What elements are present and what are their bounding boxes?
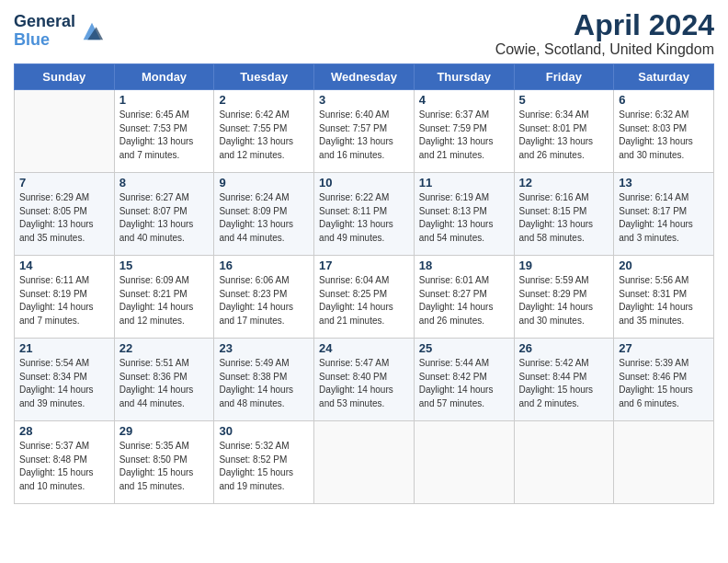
day-number: 12 (519, 176, 609, 190)
day-number: 6 (619, 93, 709, 107)
day-cell (15, 90, 115, 173)
day-info: Sunrise: 5:42 AMSunset: 8:44 PMDaylight:… (519, 358, 594, 408)
day-cell: 24Sunrise: 5:47 AMSunset: 8:40 PMDayligh… (314, 339, 415, 421)
day-info: Sunrise: 5:54 AMSunset: 8:34 PMDaylight:… (19, 358, 94, 408)
day-cell: 3Sunrise: 6:40 AMSunset: 7:57 PMDaylight… (314, 90, 415, 173)
day-cell: 20Sunrise: 5:56 AMSunset: 8:31 PMDayligh… (614, 256, 714, 339)
calendar-table: SundayMondayTuesdayWednesdayThursdayFrid… (14, 63, 714, 504)
day-info: Sunrise: 6:04 AMSunset: 8:25 PMDaylight:… (319, 275, 393, 326)
day-number: 15 (119, 259, 210, 272)
day-info: Sunrise: 5:37 AMSunset: 8:48 PMDaylight:… (19, 441, 94, 491)
day-cell: 10Sunrise: 6:22 AMSunset: 8:11 PMDayligh… (314, 173, 415, 256)
day-info: Sunrise: 6:09 AMSunset: 8:21 PMDaylight:… (119, 275, 194, 326)
day-cell: 12Sunrise: 6:16 AMSunset: 8:15 PMDayligh… (514, 173, 614, 256)
day-cell: 7Sunrise: 6:29 AMSunset: 8:05 PMDaylight… (15, 173, 115, 256)
day-number: 9 (219, 176, 309, 190)
day-number: 1 (119, 93, 210, 107)
day-number: 24 (319, 341, 409, 355)
day-cell: 9Sunrise: 6:24 AMSunset: 8:09 PMDaylight… (214, 173, 314, 256)
day-info: Sunrise: 5:51 AMSunset: 8:36 PMDaylight:… (119, 358, 194, 408)
day-header-saturday: Saturday (614, 64, 714, 90)
day-number: 22 (119, 341, 210, 355)
day-number: 13 (619, 176, 709, 190)
day-info: Sunrise: 6:34 AMSunset: 8:01 PMDaylight:… (519, 109, 594, 160)
day-info: Sunrise: 6:27 AMSunset: 8:07 PMDaylight:… (119, 192, 194, 243)
day-info: Sunrise: 5:35 AMSunset: 8:50 PMDaylight:… (119, 441, 194, 491)
day-cell: 8Sunrise: 6:27 AMSunset: 8:07 PMDaylight… (114, 173, 214, 256)
day-info: Sunrise: 6:42 AMSunset: 7:55 PMDaylight:… (219, 109, 293, 160)
day-info: Sunrise: 6:06 AMSunset: 8:23 PMDaylight:… (219, 275, 293, 326)
day-info: Sunrise: 6:14 AMSunset: 8:17 PMDaylight:… (619, 192, 693, 243)
day-info: Sunrise: 6:01 AMSunset: 8:27 PMDaylight:… (419, 275, 494, 326)
day-info: Sunrise: 5:44 AMSunset: 8:42 PMDaylight:… (419, 358, 494, 408)
day-info: Sunrise: 6:11 AMSunset: 8:19 PMDaylight:… (19, 275, 94, 326)
day-cell: 19Sunrise: 5:59 AMSunset: 8:29 PMDayligh… (514, 256, 614, 339)
day-cell: 21Sunrise: 5:54 AMSunset: 8:34 PMDayligh… (15, 339, 115, 421)
logo-text: GeneralBlue (14, 13, 75, 50)
day-cell: 17Sunrise: 6:04 AMSunset: 8:25 PMDayligh… (314, 256, 415, 339)
day-number: 10 (319, 176, 409, 190)
day-cell: 29Sunrise: 5:35 AMSunset: 8:50 PMDayligh… (114, 421, 214, 504)
day-number: 11 (419, 176, 509, 190)
week-row-1: 1Sunrise: 6:45 AMSunset: 7:53 PMDaylight… (15, 90, 714, 173)
day-cell (614, 421, 714, 504)
day-cell: 6Sunrise: 6:32 AMSunset: 8:03 PMDaylight… (614, 90, 714, 173)
day-number: 28 (19, 424, 109, 438)
day-info: Sunrise: 5:32 AMSunset: 8:52 PMDaylight:… (219, 441, 293, 491)
day-number: 26 (519, 341, 609, 355)
day-number: 5 (519, 93, 609, 107)
day-info: Sunrise: 6:37 AMSunset: 7:59 PMDaylight:… (419, 109, 494, 160)
day-cell: 26Sunrise: 5:42 AMSunset: 8:44 PMDayligh… (514, 339, 614, 421)
day-cell: 13Sunrise: 6:14 AMSunset: 8:17 PMDayligh… (614, 173, 714, 256)
week-row-5: 28Sunrise: 5:37 AMSunset: 8:48 PMDayligh… (15, 421, 714, 504)
header: GeneralBlue April 2024 Cowie, Scotland, … (14, 9, 714, 58)
day-cell: 22Sunrise: 5:51 AMSunset: 8:36 PMDayligh… (114, 339, 214, 421)
day-cell (514, 421, 614, 504)
day-header-thursday: Thursday (414, 64, 514, 90)
day-number: 7 (19, 176, 109, 190)
day-number: 2 (219, 93, 309, 107)
day-cell: 4Sunrise: 6:37 AMSunset: 7:59 PMDaylight… (414, 90, 514, 173)
day-info: Sunrise: 5:39 AMSunset: 8:46 PMDaylight:… (619, 358, 693, 408)
day-cell: 1Sunrise: 6:45 AMSunset: 7:53 PMDaylight… (114, 90, 214, 173)
day-info: Sunrise: 6:22 AMSunset: 8:11 PMDaylight:… (319, 192, 393, 243)
day-number: 16 (219, 259, 309, 272)
day-info: Sunrise: 6:32 AMSunset: 8:03 PMDaylight:… (619, 109, 693, 160)
day-header-tuesday: Tuesday (214, 64, 314, 90)
day-cell: 27Sunrise: 5:39 AMSunset: 8:46 PMDayligh… (614, 339, 714, 421)
day-cell: 18Sunrise: 6:01 AMSunset: 8:27 PMDayligh… (414, 256, 514, 339)
subtitle: Cowie, Scotland, United Kingdom (495, 41, 714, 58)
day-number: 30 (219, 424, 309, 438)
day-number: 29 (119, 424, 210, 438)
day-cell: 2Sunrise: 6:42 AMSunset: 7:55 PMDaylight… (214, 90, 314, 173)
day-info: Sunrise: 6:40 AMSunset: 7:57 PMDaylight:… (319, 109, 393, 160)
day-cell: 14Sunrise: 6:11 AMSunset: 8:19 PMDayligh… (15, 256, 115, 339)
day-number: 20 (619, 259, 709, 272)
day-cell: 16Sunrise: 6:06 AMSunset: 8:23 PMDayligh… (214, 256, 314, 339)
day-cell: 5Sunrise: 6:34 AMSunset: 8:01 PMDaylight… (514, 90, 614, 173)
day-number: 17 (319, 259, 409, 272)
day-cell (414, 421, 514, 504)
day-number: 23 (219, 341, 309, 355)
day-info: Sunrise: 6:29 AMSunset: 8:05 PMDaylight:… (19, 192, 94, 243)
day-number: 14 (19, 259, 109, 272)
day-cell: 25Sunrise: 5:44 AMSunset: 8:42 PMDayligh… (414, 339, 514, 421)
main-title: April 2024 (495, 9, 714, 41)
day-number: 18 (419, 259, 509, 272)
day-info: Sunrise: 5:59 AMSunset: 8:29 PMDaylight:… (519, 275, 594, 326)
day-number: 21 (19, 341, 109, 355)
day-number: 8 (119, 176, 210, 190)
day-header-monday: Monday (114, 64, 214, 90)
day-cell: 30Sunrise: 5:32 AMSunset: 8:52 PMDayligh… (214, 421, 314, 504)
header-row: SundayMondayTuesdayWednesdayThursdayFrid… (15, 64, 714, 90)
day-cell: 15Sunrise: 6:09 AMSunset: 8:21 PMDayligh… (114, 256, 214, 339)
day-info: Sunrise: 6:45 AMSunset: 7:53 PMDaylight:… (119, 109, 194, 160)
day-number: 4 (419, 93, 509, 107)
week-row-3: 14Sunrise: 6:11 AMSunset: 8:19 PMDayligh… (15, 256, 714, 339)
day-info: Sunrise: 5:47 AMSunset: 8:40 PMDaylight:… (319, 358, 393, 408)
day-number: 19 (519, 259, 609, 272)
day-cell: 23Sunrise: 5:49 AMSunset: 8:38 PMDayligh… (214, 339, 314, 421)
day-number: 25 (419, 341, 509, 355)
day-cell: 28Sunrise: 5:37 AMSunset: 8:48 PMDayligh… (15, 421, 115, 504)
week-row-2: 7Sunrise: 6:29 AMSunset: 8:05 PMDaylight… (15, 173, 714, 256)
